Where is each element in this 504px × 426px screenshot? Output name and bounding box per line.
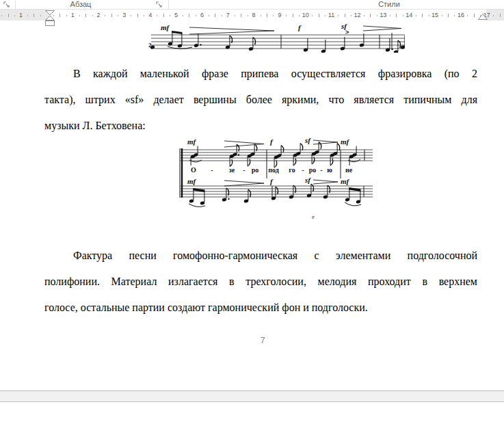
ribbon-group-label-paragraph: Абзац <box>57 0 105 9</box>
ruler-tick <box>364 15 364 16</box>
ruler-tick <box>85 14 86 17</box>
lyric-syllable: - <box>243 166 245 174</box>
text-line[interactable]: голосе, остальные партии создают гармони… <box>44 295 477 321</box>
ribbon-group-separator <box>168 0 169 9</box>
ruler-tick <box>27 15 28 16</box>
lyric-syllable: под <box>268 166 279 174</box>
ruler-tick <box>273 15 274 16</box>
dynamic-mf: mf <box>341 177 350 185</box>
ruler-number: 3 <box>122 12 126 18</box>
lyric-syllable: ро <box>252 166 259 174</box>
lyric-syllable: - <box>320 166 322 174</box>
ruler-number: 10 <box>302 12 309 18</box>
lyrics-row: О - зе - ро под го - ро - ю не <box>191 166 353 174</box>
music-example-chorus-image[interactable]: mf f sf mf mf f sf mf О - зе - ро под го… <box>179 135 374 222</box>
ruler-number: 1 <box>71 12 75 18</box>
page-gap[interactable] <box>0 390 504 402</box>
lower-hairpins <box>224 180 338 186</box>
text-line[interactable]: В каждой маленькой фразе припева осущест… <box>44 61 477 87</box>
music-example-top-image[interactable]: mf f sf > 2 <box>147 23 405 53</box>
ruler-tick <box>325 15 326 16</box>
first-line-indent-marker[interactable] <box>46 11 55 16</box>
ruler-tick <box>170 15 170 16</box>
ruler-tick <box>345 14 345 17</box>
lyric-syllable: - <box>302 166 304 174</box>
ruler-tick <box>267 14 267 17</box>
ruler-number: 11 <box>328 12 334 18</box>
right-indent-marker[interactable] <box>478 14 488 20</box>
dynamic-sf: sf <box>304 176 311 184</box>
ruler-tick <box>396 14 397 17</box>
ruler-tick <box>183 15 183 16</box>
paragraph-texture[interactable]: Фактура песни гомофонно-гармоническая с … <box>44 243 477 321</box>
dynamic-mf: mf <box>341 137 350 146</box>
ruler-tick <box>429 15 429 16</box>
ruler-tick <box>14 15 15 16</box>
ruler-number: 13 <box>380 12 386 18</box>
ruler-number: 15 <box>432 12 438 18</box>
ruler-tick <box>144 15 144 16</box>
ruler-tick <box>118 15 118 16</box>
ruler-tick <box>319 14 319 17</box>
lyric-syllable: не <box>345 166 353 174</box>
ruler-tick <box>454 15 455 16</box>
lyric-syllable: го <box>289 166 295 174</box>
ruler-tick <box>8 14 9 17</box>
ruler-tick <box>196 15 196 16</box>
ruler-tick <box>1 15 2 16</box>
horizontal-ruler[interactable]: 12345678910111213141516171 <box>0 10 504 21</box>
ruler-tick <box>416 15 416 16</box>
ruler-tick <box>235 15 235 16</box>
ruler-tick <box>442 15 442 16</box>
ruler-tick <box>131 15 131 16</box>
dynamic-f: f <box>298 23 302 31</box>
ruler-tick <box>370 14 371 17</box>
dialog-launcher-icon-left[interactable] <box>3 1 10 8</box>
dynamic-f: f <box>270 137 274 146</box>
ruler-tick <box>422 14 423 17</box>
indent-markers-left[interactable] <box>45 10 55 26</box>
ruler-tick <box>474 14 475 17</box>
ruler-number: 5 <box>174 12 178 18</box>
word-document-view: Абзац Стили 12345678910111213141516171 m… <box>0 0 504 426</box>
lyric-syllable: О <box>191 166 196 174</box>
ruler-tick <box>390 15 390 16</box>
barlines <box>281 33 392 49</box>
ruler-tick <box>338 15 339 16</box>
text-line[interactable]: такта), штрих «sf» делает вершины более … <box>44 87 477 113</box>
ruler-tick <box>293 14 293 17</box>
staff-lines <box>151 35 405 49</box>
lyric-syllable: - <box>211 166 213 174</box>
ruler-tick <box>66 15 67 16</box>
small-mark: e <box>312 215 315 219</box>
hanging-indent-marker[interactable] <box>46 16 55 21</box>
accent-mark: > <box>345 29 349 36</box>
ruler-tick <box>137 14 138 17</box>
page-number[interactable]: 7 <box>239 334 286 347</box>
lyric-syllable: ю <box>327 166 332 174</box>
text-line[interactable]: Фактура песни гомофонно-гармоническая с … <box>44 243 477 269</box>
lyric-syllable: зе <box>229 166 235 174</box>
text-line[interactable]: полифонии. Материал излагается в трехгол… <box>44 269 477 295</box>
ruler-tick <box>209 15 209 16</box>
ruler-tick <box>248 15 248 16</box>
ruler-number: 9 <box>278 12 281 18</box>
ruler-tick <box>34 14 34 17</box>
ruler-tick <box>40 15 41 16</box>
ruler-tick <box>403 15 403 16</box>
left-indent-marker[interactable] <box>46 21 55 26</box>
paragraph-phrasing[interactable]: В каждой маленькой фразе припева осущест… <box>44 61 477 139</box>
ruler-number: 14 <box>406 12 412 18</box>
ruler-tick <box>467 15 468 16</box>
ruler-number: 4 <box>148 12 152 18</box>
ruler-tick <box>261 15 261 16</box>
ruler-tick <box>312 15 313 16</box>
ruler-number: 2 <box>96 12 100 18</box>
ribbon-group-label-styles: Стили <box>362 0 416 9</box>
lyric-syllable: ро <box>309 166 317 174</box>
ruler-tick <box>493 15 494 16</box>
ruler-tick <box>215 14 215 17</box>
paragraph-dialog-launcher-icon[interactable] <box>156 1 163 8</box>
ruler-tick <box>351 15 352 16</box>
ruler-tick <box>111 14 112 17</box>
